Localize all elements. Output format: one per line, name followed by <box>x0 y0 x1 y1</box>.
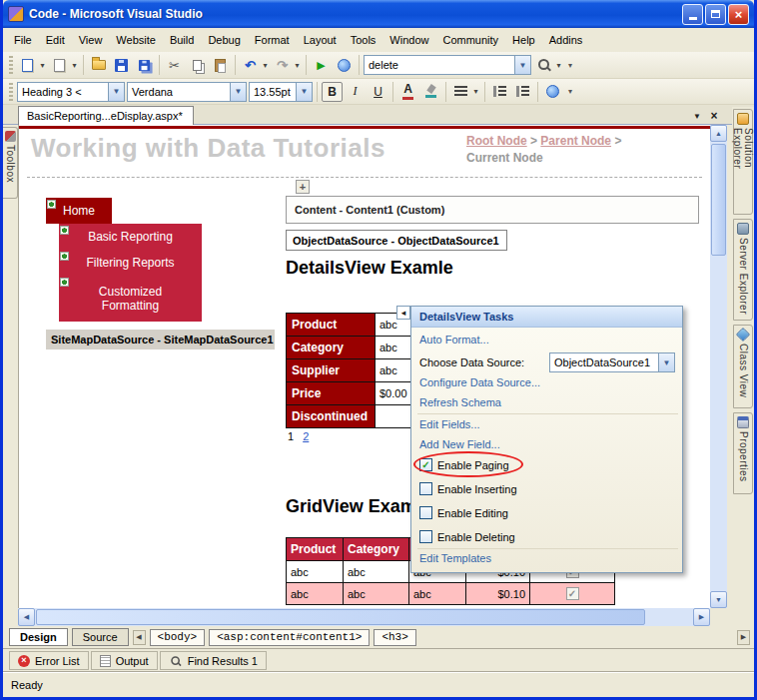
menu-item-community[interactable]: Community <box>435 31 505 49</box>
menu-item-view[interactable]: View <box>72 31 110 49</box>
scroll-up-icon[interactable]: ▲ <box>710 125 727 142</box>
add-new-field-link[interactable]: Add New Field... <box>419 438 500 450</box>
scroll-right-icon[interactable]: ▶ <box>693 608 710 626</box>
breadcrumb-parent-link[interactable]: Parent Node <box>540 134 611 148</box>
add-item-button[interactable] <box>49 55 70 76</box>
scroll-left-icon[interactable]: ◀ <box>18 608 35 626</box>
align-button[interactable] <box>450 82 471 102</box>
maximize-button[interactable] <box>705 4 726 25</box>
menu-item-tools[interactable]: Tools <box>344 31 383 49</box>
pager-page-2-link[interactable]: 2 <box>303 430 309 442</box>
smart-tag-collapse-button[interactable]: ◂ <box>396 306 410 320</box>
menu-item-layout[interactable]: Layout <box>297 31 344 49</box>
find-results-tab[interactable]: Find Results 1 <box>160 651 267 670</box>
nav-item-customized-formatting[interactable]: Customized Formatting <box>59 276 202 322</box>
undo-button[interactable]: ↶ <box>240 55 261 76</box>
refresh-schema-link[interactable]: Refresh Schema <box>419 396 501 408</box>
hyperlink-button[interactable] <box>542 82 563 102</box>
chevron-down-icon[interactable]: ▾ <box>261 61 270 70</box>
enable-paging-checkbox[interactable]: ✓ <box>419 458 432 471</box>
class-view-tab[interactable]: Class View <box>733 325 753 408</box>
toolbar-grip[interactable] <box>9 83 13 101</box>
block-format-value[interactable]: Heading 3 < <box>18 83 108 101</box>
numbered-list-button[interactable] <box>489 82 510 102</box>
horizontal-scroll-thumb[interactable] <box>36 609 645 625</box>
toolbox-tab[interactable]: Toolbox <box>3 127 18 199</box>
chevron-down-icon[interactable]: ▼ <box>296 83 312 101</box>
configure-data-source-link[interactable]: Configure Data Source... <box>419 376 540 388</box>
font-size-value[interactable]: 13.55pt <box>250 83 296 101</box>
close-button[interactable]: × <box>728 4 749 25</box>
design-view-tab[interactable]: Design <box>9 628 68 646</box>
new-website-button[interactable] <box>17 55 38 76</box>
nav-item-basic-reporting[interactable]: Basic Reporting <box>59 224 202 250</box>
chevron-down-icon[interactable]: ▼ <box>514 56 530 74</box>
data-source-value[interactable]: ObjectDataSource1 <box>550 353 658 371</box>
menu-item-help[interactable]: Help <box>505 31 542 49</box>
solution-explorer-tab[interactable]: Solution Explorer <box>733 109 753 215</box>
auto-format-link[interactable]: Auto Format... <box>419 334 489 346</box>
detailsview-table[interactable]: Productabc Categoryabc Supplierabc Price… <box>286 313 424 428</box>
save-all-button[interactable] <box>134 55 155 76</box>
font-name-combo[interactable]: Verdana ▼ <box>127 82 247 102</box>
minimize-button[interactable] <box>682 4 703 25</box>
font-size-combo[interactable]: 13.55pt ▼ <box>249 82 313 102</box>
content-placeholder-header[interactable]: Content - Content1 (Custom) <box>286 196 699 224</box>
vertical-scrollbar[interactable]: ▲ ▼ <box>710 125 727 608</box>
menu-item-build[interactable]: Build <box>163 31 201 49</box>
edit-fields-link[interactable]: Edit Fields... <box>419 418 480 430</box>
tag-body[interactable]: <body> <box>150 629 206 646</box>
move-handle-icon[interactable]: + <box>296 180 310 194</box>
breadcrumb-root-link[interactable]: Root Node <box>466 134 527 148</box>
find-combo-value[interactable]: delete <box>365 56 514 74</box>
tag-h3[interactable]: <h3> <box>374 629 415 646</box>
enable-deleting-checkbox[interactable] <box>419 530 432 543</box>
enable-editing-checkbox[interactable] <box>419 506 432 519</box>
bold-button[interactable]: B <box>322 82 343 102</box>
sitemapdatasource-control[interactable]: SiteMapDataSource - SiteMapDataSource1 <box>46 330 275 350</box>
copy-button[interactable] <box>187 55 208 76</box>
font-name-value[interactable]: Verdana <box>128 83 230 101</box>
chevron-down-icon[interactable]: ▾ <box>38 61 47 70</box>
block-format-combo[interactable]: Heading 3 < ▼ <box>17 82 125 102</box>
paste-button[interactable] <box>210 55 231 76</box>
toolbar-overflow-icon[interactable]: ▾ <box>565 61 575 70</box>
menu-item-file[interactable]: File <box>7 31 39 49</box>
chevron-down-icon[interactable]: ▼ <box>658 353 674 371</box>
bullet-list-button[interactable] <box>512 82 533 102</box>
cut-button[interactable]: ✂ <box>164 55 185 76</box>
document-tab[interactable]: BasicReporting...eDisplay.aspx* <box>18 106 194 125</box>
font-color-button[interactable]: A <box>397 82 418 102</box>
menu-item-window[interactable]: Window <box>382 31 435 49</box>
chevron-down-icon[interactable]: ▾ <box>554 61 563 70</box>
browse-button[interactable] <box>334 55 355 76</box>
start-debug-button[interactable]: ▶ <box>311 55 332 76</box>
menu-item-edit[interactable]: Edit <box>39 31 72 49</box>
source-view-tab[interactable]: Source <box>72 628 129 646</box>
tab-scroll-button[interactable]: ▼ <box>690 109 704 123</box>
enable-inserting-checkbox[interactable] <box>419 482 432 495</box>
underline-button[interactable]: U <box>368 82 388 102</box>
chevron-down-icon[interactable]: ▼ <box>108 83 124 101</box>
error-list-tab[interactable]: × Error List <box>9 651 89 670</box>
chevron-down-icon[interactable]: ▼ <box>230 83 246 101</box>
tag-nav-right-icon[interactable]: ▶ <box>737 630 750 645</box>
nav-item-filtering-reports[interactable]: Filtering Reports <box>59 250 202 276</box>
menu-item-addins[interactable]: Addins <box>542 31 590 49</box>
close-document-icon[interactable]: × <box>707 109 721 123</box>
toolbar-grip[interactable] <box>9 56 13 74</box>
menu-item-website[interactable]: Website <box>109 31 163 49</box>
menu-item-format[interactable]: Format <box>248 31 297 49</box>
chevron-down-icon[interactable]: ▾ <box>293 61 302 70</box>
redo-button[interactable]: ↷ <box>272 55 293 76</box>
chevron-down-icon[interactable]: ▾ <box>70 61 79 70</box>
horizontal-scrollbar[interactable]: ◀ ▶ <box>18 608 710 626</box>
properties-tab[interactable]: Properties <box>733 412 753 494</box>
tag-nav-left-icon[interactable]: ◀ <box>133 630 146 645</box>
vertical-scroll-thumb[interactable] <box>711 144 726 256</box>
find-combo[interactable]: delete ▼ <box>364 55 531 75</box>
edit-templates-link[interactable]: Edit Templates <box>419 552 491 564</box>
nav-item-home[interactable]: Home <box>46 198 112 224</box>
highlight-button[interactable] <box>420 82 441 102</box>
title-bar[interactable]: Code - Microsoft Visual Studio × <box>3 0 754 28</box>
